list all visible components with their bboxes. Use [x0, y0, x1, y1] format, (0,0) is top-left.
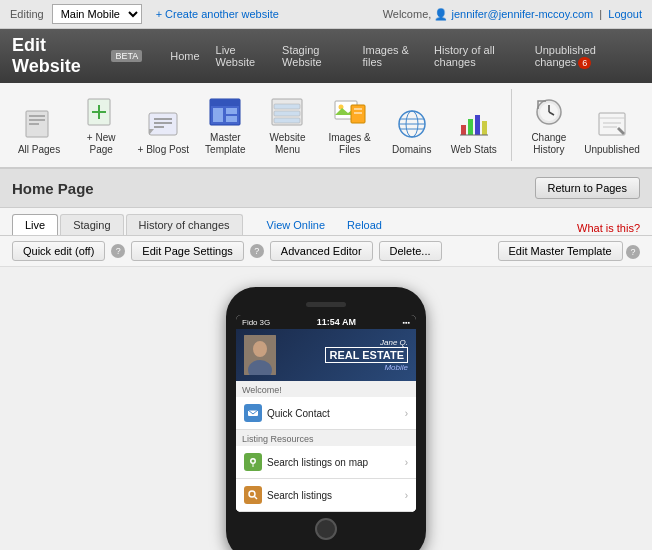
header-nav: Home Live Website Staging Website Images… — [162, 40, 640, 72]
svg-rect-18 — [274, 104, 300, 109]
delete-button[interactable]: Delete... — [379, 241, 442, 261]
create-website-link[interactable]: + Create another website — [156, 8, 279, 20]
web-stats-label: Web Stats — [451, 144, 497, 156]
svg-rect-19 — [274, 111, 300, 116]
svg-rect-15 — [226, 108, 237, 114]
svg-rect-43 — [603, 126, 617, 128]
unpublished-icon — [594, 106, 630, 142]
reload-link[interactable]: Reload — [339, 215, 390, 235]
contact-icon — [244, 404, 262, 422]
carrier-label: Fido — [242, 318, 258, 327]
svg-point-53 — [252, 460, 255, 463]
phone-content: Welcome! Quick Contact › Listing Resourc… — [236, 381, 416, 512]
tab-live[interactable]: Live — [12, 214, 58, 235]
agent-photo — [244, 335, 276, 375]
nav-live-website[interactable]: Live Website — [208, 40, 275, 72]
network-label: 3G — [260, 318, 271, 327]
advanced-editor-button[interactable]: Advanced Editor — [270, 241, 373, 261]
phone-home-button[interactable] — [315, 518, 337, 540]
tabs-right: What is this? — [577, 221, 640, 235]
main-toolbar: All Pages + New Page + Blog Post Master … — [0, 83, 652, 168]
images-files-label: Images & Files — [324, 132, 376, 156]
images-icon — [332, 94, 368, 130]
tab-staging[interactable]: Staging — [60, 214, 123, 235]
quick-edit-button[interactable]: Quick edit (off) — [12, 241, 105, 261]
blog-icon — [145, 106, 181, 142]
svg-rect-7 — [149, 113, 177, 135]
svg-rect-3 — [29, 123, 39, 125]
quick-contact-arrow: › — [405, 408, 408, 419]
search-map-arrow: › — [405, 457, 408, 468]
pages-icon — [21, 106, 57, 142]
phone-status-bar: Fido 3G 11:54 AM ▪▪▪ — [236, 315, 416, 329]
search-map-item[interactable]: Search listings on map › — [236, 446, 416, 479]
site-selector[interactable]: Main Mobile — [52, 4, 142, 24]
toolbar-master-template[interactable]: Master Template — [196, 89, 254, 161]
battery-icon: ▪▪▪ — [403, 319, 410, 326]
toolbar-domains[interactable]: Domains — [383, 101, 441, 161]
master-template-section: Edit Master Template ? — [498, 241, 640, 261]
svg-rect-31 — [461, 125, 466, 135]
nav-history[interactable]: History of all changes — [426, 40, 527, 72]
quick-edit-help[interactable]: ? — [111, 244, 125, 258]
toolbar-all-pages[interactable]: All Pages — [10, 101, 68, 161]
edit-page-settings-button[interactable]: Edit Page Settings — [131, 241, 244, 261]
svg-rect-42 — [603, 122, 621, 124]
logout-link[interactable]: Logout — [608, 8, 642, 20]
search-listings-arrow: › — [405, 490, 408, 501]
unpublished-label: Unpublished — [584, 144, 640, 156]
nav-staging[interactable]: Staging Website — [274, 40, 354, 72]
nav-unpublished[interactable]: Unpublished changes6 — [527, 40, 640, 72]
search-listings-item[interactable]: Search listings › — [236, 479, 416, 512]
nav-home[interactable]: Home — [162, 46, 207, 66]
return-to-pages-button[interactable]: Return to Pages — [535, 177, 641, 199]
view-online-link[interactable]: View Online — [259, 215, 334, 235]
master-icon — [207, 94, 243, 130]
svg-rect-32 — [468, 119, 473, 135]
phone-banner: Jane Q. REAL ESTATE Mobile — [236, 329, 416, 381]
master-template-help[interactable]: ? — [626, 245, 640, 259]
phone-speaker — [306, 302, 346, 307]
main-header: Edit Website BETA Home Live Website Stag… — [0, 29, 652, 83]
new-page-icon — [83, 94, 119, 130]
site-title: Edit Website — [12, 35, 103, 77]
svg-point-46 — [253, 341, 267, 357]
main-content: Home Page Return to Pages Live Staging H… — [0, 168, 652, 550]
unpublished-count-badge: 6 — [578, 57, 591, 69]
toolbar-blog-post[interactable]: + Blog Post — [134, 101, 192, 161]
toolbar-change-history[interactable]: Change History — [520, 89, 578, 161]
edit-master-template-button[interactable]: Edit Master Template — [498, 241, 623, 261]
toolbar-images-files[interactable]: Images & Files — [321, 89, 379, 161]
phone-preview-area: Fido 3G 11:54 AM ▪▪▪ — [0, 267, 652, 550]
toolbar-new-page[interactable]: + New Page — [72, 89, 130, 161]
toolbar-web-stats[interactable]: Web Stats — [445, 101, 503, 161]
search-listings-label: Search listings — [267, 490, 400, 501]
svg-rect-1 — [29, 115, 45, 117]
agent-name: Jane Q. — [280, 338, 408, 347]
quick-contact-item[interactable]: Quick Contact › — [236, 397, 416, 430]
master-template-label: Master Template — [199, 132, 251, 156]
change-history-label: Change History — [523, 132, 575, 156]
search-icon — [244, 486, 262, 504]
what-is-this-link[interactable]: What is this? — [577, 222, 640, 234]
toolbar-separator — [511, 89, 512, 161]
page-settings-help[interactable]: ? — [250, 244, 264, 258]
blog-post-label: + Blog Post — [138, 144, 189, 156]
tab-history-of-changes[interactable]: History of changes — [126, 214, 243, 235]
svg-rect-13 — [210, 99, 240, 106]
toolbar-website-menu[interactable]: Website Menu — [258, 89, 316, 161]
nav-images[interactable]: Images & files — [354, 40, 426, 72]
page-actions-row: Quick edit (off) ? Edit Page Settings ? … — [0, 236, 652, 267]
banner-text-block: Jane Q. REAL ESTATE Mobile — [276, 338, 408, 372]
phone-time: 11:54 AM — [270, 317, 402, 327]
listing-resources-label: Listing Resources — [236, 430, 416, 446]
toolbar-unpublished[interactable]: Unpublished — [582, 101, 642, 161]
user-email-link[interactable]: jennifer@jennifer-mccoy.com — [451, 8, 593, 20]
svg-rect-23 — [351, 105, 365, 123]
top-editing-bar: Editing Main Mobile + Create another web… — [0, 0, 652, 29]
phone-mockup: Fido 3G 11:54 AM ▪▪▪ — [226, 287, 426, 550]
history-icon — [531, 94, 567, 130]
page-title: Home Page — [12, 180, 94, 197]
brand-mobile: Mobile — [280, 363, 408, 372]
editing-label: Editing — [10, 8, 44, 20]
